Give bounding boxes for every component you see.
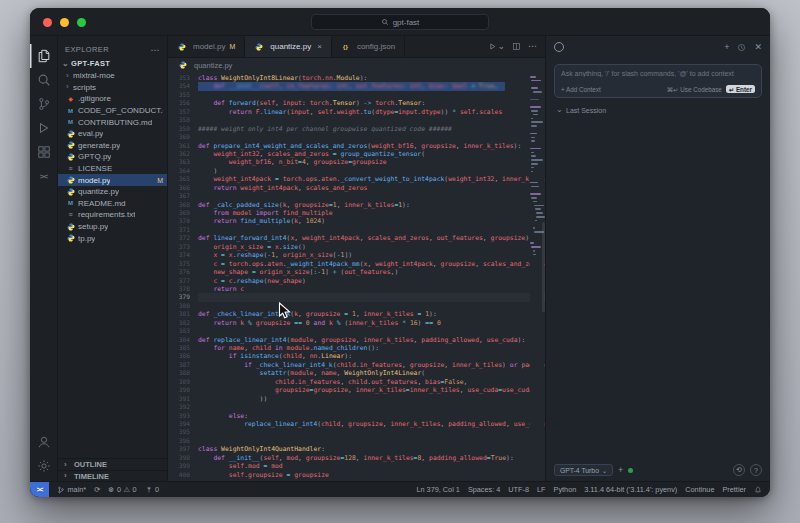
- source-control-icon[interactable]: [30, 92, 58, 116]
- line-number[interactable]: 395: [168, 428, 194, 436]
- code-line-394[interactable]: replace_linear_int4(child, groupsize, in…: [198, 420, 545, 428]
- line-number[interactable]: 357: [168, 108, 194, 116]
- run-button[interactable]: ⌄: [488, 42, 505, 51]
- file-item-CONTRIBUTING.md[interactable]: MCONTRIBUTING.md: [58, 116, 167, 128]
- cursor-position[interactable]: Ln 379, Col 1: [416, 485, 459, 494]
- last-session-link[interactable]: ⌄ Last Session: [556, 106, 760, 114]
- project-section-header[interactable]: ⌄ GPT-FAST: [58, 57, 167, 70]
- split-editor-button[interactable]: [512, 42, 521, 51]
- code-line-360[interactable]: [198, 133, 545, 141]
- line-number[interactable]: 397: [168, 445, 194, 453]
- prettier-extension[interactable]: Prettier: [722, 485, 746, 494]
- code-line-388[interactable]: setattr(module, name, WeightOnlyInt4Line…: [198, 369, 545, 377]
- line-number[interactable]: 354: [168, 82, 194, 90]
- language-mode[interactable]: Python: [554, 485, 577, 494]
- code-line-368[interactable]: def _calc_padded_size(k, groupsize=1, in…: [198, 201, 545, 209]
- line-number[interactable]: 361: [168, 142, 194, 150]
- settings-icon[interactable]: [30, 454, 58, 478]
- code-line-398[interactable]: def __init__(self, mod, groupsize=128, i…: [198, 454, 545, 462]
- code-lines[interactable]: class WeightOnlyInt8Linear(torch.nn.Modu…: [198, 74, 545, 479]
- line-number[interactable]: 353: [168, 74, 194, 82]
- line-number[interactable]: 379: [168, 293, 194, 301]
- line-number[interactable]: 365: [168, 175, 194, 183]
- help-icon[interactable]: ?: [750, 464, 762, 476]
- line-number[interactable]: 393: [168, 412, 194, 420]
- account-icon[interactable]: [30, 430, 58, 454]
- file-item-README.md[interactable]: MREADME.md: [58, 198, 167, 210]
- code-line-395[interactable]: [198, 428, 545, 436]
- line-number[interactable]: 380: [168, 302, 194, 310]
- code-line-390[interactable]: groupsize=groupsize, inner_k_tiles=inner…: [198, 386, 545, 394]
- code-line-393[interactable]: else:: [198, 412, 545, 420]
- code-line-381[interactable]: def _check_linear_int4_k(k, groupsize = …: [198, 310, 545, 318]
- minimize-window-button[interactable]: [60, 18, 69, 27]
- command-center[interactable]: gpt-fast: [311, 14, 489, 30]
- line-number[interactable]: 369: [168, 209, 194, 217]
- code-line-377[interactable]: c = c.reshape(new_shape): [198, 277, 545, 285]
- extensions-icon[interactable]: [30, 140, 58, 164]
- remote-icon[interactable]: ><: [30, 164, 58, 188]
- code-line-400[interactable]: self.groupsize = groupsize: [198, 471, 545, 479]
- more-actions-icon[interactable]: ⋯: [151, 48, 160, 52]
- encoding[interactable]: UTF-8: [508, 485, 529, 494]
- sync-button[interactable]: ⟳: [94, 485, 100, 494]
- line-number[interactable]: 385: [168, 344, 194, 352]
- zoom-window-button[interactable]: [77, 18, 86, 27]
- file-item-CODE_OF_CONDUCT.md[interactable]: MCODE_OF_CONDUCT.md: [58, 105, 167, 117]
- code-line-376[interactable]: new_shape = origin_x_size[:-1] + (out_fe…: [198, 268, 545, 276]
- new-chat-icon[interactable]: +: [724, 42, 729, 52]
- timeline-section[interactable]: › TIMELINE: [58, 470, 167, 481]
- line-number[interactable]: 373: [168, 243, 194, 251]
- code-line-366[interactable]: return weight_int4pack, scales_and_zeros: [198, 184, 545, 192]
- code-line-372[interactable]: def linear_forward_int4(x, weight_int4pa…: [198, 234, 545, 242]
- breadcrumb[interactable]: quantize.py: [168, 58, 545, 72]
- code-line-362[interactable]: weight_int32, scales_and_zeros = group_q…: [198, 150, 545, 158]
- file-item-model.py[interactable]: model.pyM: [58, 174, 167, 186]
- code-line-355[interactable]: [198, 91, 545, 99]
- ports-indicator[interactable]: 0: [145, 485, 160, 494]
- code-line-379[interactable]: [198, 293, 545, 301]
- file-item-scripts[interactable]: ›scripts: [58, 82, 167, 94]
- line-number[interactable]: 382: [168, 319, 194, 327]
- code-line-374[interactable]: x = x.reshape(-1, origin_x_size[-1]): [198, 251, 545, 259]
- tab-quantize.py[interactable]: quantize.py×: [245, 36, 332, 57]
- code-line-385[interactable]: for name, child in module.named_children…: [198, 344, 545, 352]
- add-model-icon[interactable]: +: [618, 465, 623, 475]
- line-number[interactable]: 390: [168, 386, 194, 394]
- chat-input[interactable]: Ask anything, '/' for slash commands, '@…: [554, 64, 762, 98]
- code-line-367[interactable]: [198, 192, 545, 200]
- line-number[interactable]: 394: [168, 420, 194, 428]
- line-number[interactable]: 374: [168, 251, 194, 259]
- code-line-361[interactable]: def prepare_int4_weight_and_scales_and_z…: [198, 142, 545, 150]
- file-item-eval.py[interactable]: eval.py: [58, 128, 167, 140]
- line-number[interactable]: 375: [168, 260, 194, 268]
- explorer-icon[interactable]: [30, 44, 58, 68]
- file-item-requirements.txt[interactable]: ≡requirements.txt: [58, 209, 167, 221]
- line-number[interactable]: 388: [168, 369, 194, 377]
- line-number[interactable]: 399: [168, 462, 194, 470]
- code-line-386[interactable]: if isinstance(child, nn.Linear):: [198, 352, 545, 360]
- code-line-354[interactable]: def __init__(self, in_features: int, out…: [198, 82, 545, 90]
- gutter[interactable]: 3533543553563573583593603613623633643653…: [168, 74, 194, 479]
- code-line-363[interactable]: weight_bf16, n_bit=4, groupsize=groupsiz…: [198, 158, 545, 166]
- line-number[interactable]: 371: [168, 226, 194, 234]
- tab-config.json[interactable]: {}config.json: [332, 36, 405, 57]
- line-number[interactable]: 398: [168, 454, 194, 462]
- history-icon[interactable]: [737, 43, 746, 52]
- file-item-LICENSE[interactable]: ≡LICENSE: [58, 163, 167, 175]
- code-line-359[interactable]: ##### weight only int4 per channel group…: [198, 125, 545, 133]
- file-item-mixtral-moe[interactable]: ›mixtral-moe: [58, 70, 167, 82]
- run-debug-icon[interactable]: [30, 116, 58, 140]
- code-line-365[interactable]: weight_int4pack = torch.ops.aten._conver…: [198, 175, 545, 183]
- python-interpreter[interactable]: 3.11.4 64-bit ('3.11.4': pyenv): [584, 485, 677, 494]
- code-line-373[interactable]: origin_x_size = x.size(): [198, 243, 545, 251]
- close-window-button[interactable]: [43, 18, 52, 27]
- code-line-399[interactable]: self.mod = mod: [198, 462, 545, 470]
- branch-indicator[interactable]: main*: [57, 485, 86, 494]
- line-number[interactable]: 367: [168, 192, 194, 200]
- model-selector[interactable]: GPT-4 Turbo ⌄: [554, 464, 613, 476]
- code-line-391[interactable]: )): [198, 395, 545, 403]
- line-number[interactable]: 359: [168, 125, 194, 133]
- code-line-380[interactable]: [198, 302, 545, 310]
- line-number[interactable]: 372: [168, 234, 194, 242]
